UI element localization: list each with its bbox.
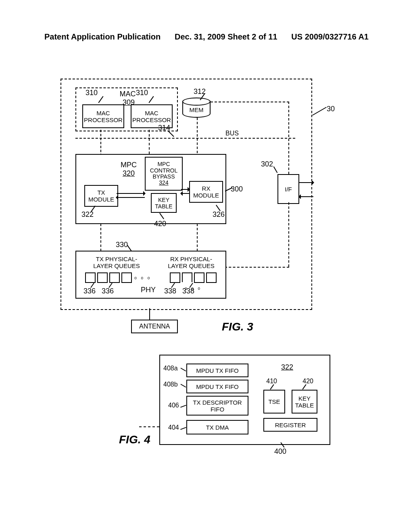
- ref-400: 400: [274, 447, 286, 456]
- if-block: I/F: [277, 174, 299, 204]
- fig4-module-box: MPDU TX FIFO MPDU TX FIFO TX DESCRIPTOR …: [159, 355, 330, 445]
- fig3-label: FIG. 3: [222, 320, 253, 333]
- page-header: Patent Application Publication Dec. 31, …: [44, 32, 369, 42]
- ref-302: 302: [261, 160, 273, 168]
- rx-phy-queues-title: RX PHYSICAL- LAYER QUEUES: [161, 256, 221, 269]
- ref-406: 406: [168, 402, 179, 409]
- phy-box: TX PHYSICAL- LAYER QUEUES RX PHYSICAL- L…: [75, 251, 226, 299]
- ref-338a: 338: [164, 287, 176, 295]
- ref-404: 404: [168, 424, 179, 431]
- fig4-label: FIG. 4: [119, 433, 150, 446]
- antenna-block: ANTENNA: [131, 320, 178, 333]
- mpc-title: MPC 320: [117, 161, 141, 178]
- key-table-fig4: KEY TABLE: [292, 390, 317, 414]
- bus-line: [75, 138, 295, 139]
- tx-phy-queues-title: TX PHYSICAL- LAYER QUEUES: [86, 256, 147, 269]
- fig3-system-outline: MAC 309 MAC PROCESSOR MAC PROCESSOR 310 …: [60, 79, 312, 310]
- mac-processor-left: MAC PROCESSOR: [82, 104, 124, 128]
- rx-module: RX MODULE: [189, 181, 223, 203]
- bus-label: BUS: [225, 130, 239, 137]
- mpc-control-bypass: MPC CONTROL BYPASS 324: [145, 157, 183, 191]
- mem-cylinder: MEM: [182, 98, 211, 118]
- ref-300: 300: [231, 185, 243, 193]
- ref-330: 330: [116, 241, 128, 249]
- tx-dma-out-line: [139, 426, 159, 427]
- ref-420b: 420: [302, 378, 313, 385]
- register-block: REGISTER: [263, 418, 317, 432]
- ref-420: 420: [154, 220, 166, 228]
- ref-322b: 322: [281, 364, 293, 372]
- header-left: Patent Application Publication: [44, 32, 161, 42]
- tx-queue-icons: o o o: [84, 272, 151, 283]
- tse-block: TSE: [263, 390, 285, 414]
- ref-408b: 408b: [163, 381, 178, 388]
- tx-descriptor-fifo: TX DESCRIPTOR FIFO: [186, 396, 248, 416]
- ref-326: 326: [213, 210, 225, 219]
- ref-336a: 336: [83, 287, 96, 295]
- key-table: KEY TABLE: [151, 193, 177, 213]
- mpdu-tx-fifo-b: MPDU TX FIFO: [186, 380, 248, 393]
- ref-410: 410: [266, 378, 277, 385]
- ref-336b: 336: [102, 287, 114, 295]
- ref-322: 322: [81, 210, 94, 219]
- ref-310-right: 310: [136, 89, 148, 97]
- tx-dma: TX DMA: [186, 420, 248, 434]
- ref-408a: 408a: [163, 365, 178, 372]
- ref-30: 30: [327, 105, 335, 113]
- ref-338b: 338: [182, 287, 194, 295]
- header-mid: Dec. 31, 2009 Sheet 2 of 11: [175, 32, 277, 42]
- mpdu-tx-fifo-a: MPDU TX FIFO: [186, 364, 248, 377]
- ref-310-left: 310: [86, 89, 98, 97]
- mpc-box: MPC 320 MPC CONTROL BYPASS 324 TX MODULE…: [75, 154, 226, 224]
- mem-label: MEM: [182, 106, 211, 113]
- phy-label: PHY: [141, 286, 156, 294]
- header-right: US 2009/0327716 A1: [291, 32, 369, 42]
